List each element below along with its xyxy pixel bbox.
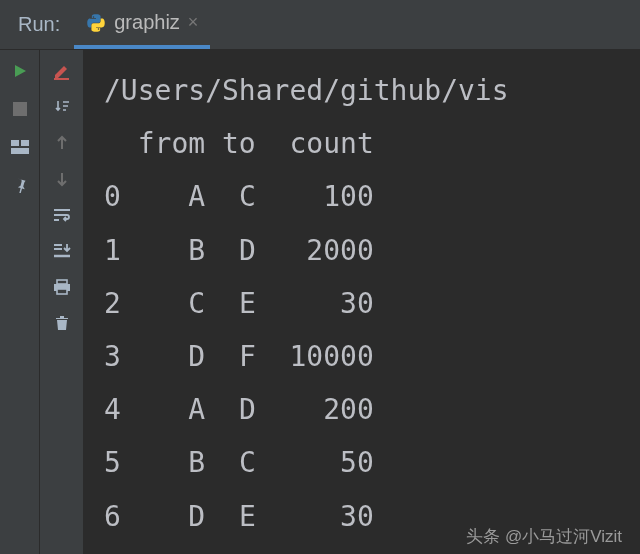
sort-icon[interactable]: [51, 96, 73, 118]
content-area: /Users/Shared/github/vis from to count 0…: [0, 50, 640, 554]
edit-icon[interactable]: [51, 60, 73, 82]
run-label: Run:: [0, 13, 74, 36]
python-icon: [86, 13, 106, 33]
table-row: 1 B D 2000: [104, 234, 374, 267]
tab-graphiz[interactable]: graphiz ×: [74, 1, 210, 49]
table-row: 0 A C 100: [104, 180, 374, 213]
down-arrow-icon[interactable]: [51, 168, 73, 190]
svg-rect-0: [13, 102, 27, 116]
up-arrow-icon[interactable]: [51, 132, 73, 154]
pin-icon[interactable]: [9, 174, 31, 196]
table-row: 5 B C 50: [104, 446, 374, 479]
console-toolbar: [40, 50, 84, 554]
svg-rect-3: [11, 148, 29, 154]
tab-label: graphiz: [114, 11, 180, 34]
table-row: 3 D F 10000: [104, 340, 374, 373]
console-output[interactable]: /Users/Shared/github/vis from to count 0…: [84, 50, 640, 554]
wrap-icon[interactable]: [51, 204, 73, 226]
layout-icon[interactable]: [9, 136, 31, 158]
stop-icon[interactable]: [9, 98, 31, 120]
table-row: 2 C E 30: [104, 287, 374, 320]
svg-rect-2: [21, 140, 29, 146]
table-row: 4 A D 200: [104, 393, 374, 426]
console-path: /Users/Shared/github/vis: [104, 74, 509, 107]
scroll-to-end-icon[interactable]: [51, 240, 73, 262]
table-header: from to count: [104, 127, 374, 160]
run-icon[interactable]: [9, 60, 31, 82]
left-toolbar: [0, 50, 40, 554]
svg-rect-7: [57, 289, 67, 294]
top-bar: Run: graphiz ×: [0, 0, 640, 50]
svg-rect-1: [11, 140, 19, 146]
svg-rect-4: [54, 78, 69, 80]
svg-rect-5: [57, 280, 67, 284]
table-row: 6 D E 30: [104, 500, 374, 533]
trash-icon[interactable]: [51, 312, 73, 334]
print-icon[interactable]: [51, 276, 73, 298]
watermark: 头条 @小马过河Vizit: [466, 525, 622, 548]
close-icon[interactable]: ×: [188, 12, 199, 33]
